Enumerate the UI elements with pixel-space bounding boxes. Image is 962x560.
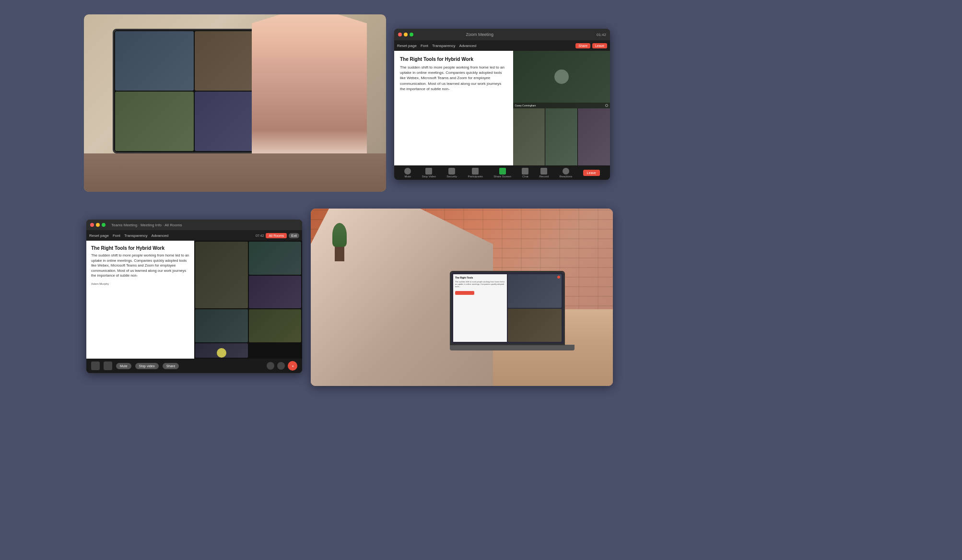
- zoom-leave-button[interactable]: Leave: [583, 170, 600, 176]
- image-bottom-left: Teams Meeting · Meeting Info · All Rooms…: [86, 220, 302, 373]
- teams-titlebar: Teams Meeting · Meeting Info · All Rooms: [86, 220, 302, 230]
- laptop-text-panel: The Right Tools The sudden shift to more…: [453, 274, 507, 342]
- reactions-control[interactable]: Reactions: [560, 168, 573, 178]
- teams-video-panel: [194, 241, 302, 359]
- record-control[interactable]: Record: [540, 168, 549, 178]
- zoom-text-panel: The Right Tools for Hybrid Work The sudd…: [394, 51, 513, 165]
- teams-window-title: Teams Meeting · Meeting Info · All Rooms: [111, 223, 182, 227]
- participants-control[interactable]: Participants: [468, 168, 482, 178]
- article-title: The Right Tools for Hybrid Work: [400, 57, 507, 62]
- video-cell-1: [115, 31, 194, 91]
- teams-active-button[interactable]: All Rooms: [266, 233, 287, 238]
- teams-cell-3: [249, 276, 302, 309]
- close-dot[interactable]: [398, 33, 402, 36]
- teams-article-body: The sudden shift to more people working …: [91, 253, 189, 279]
- chat-control[interactable]: Chat: [522, 168, 528, 178]
- share-button[interactable]: Share: [575, 43, 590, 48]
- laptop-screen: The Right Tools The sudden shift to more…: [450, 271, 565, 345]
- teams-article-title: The Right Tools for Hybrid Work: [91, 245, 189, 251]
- br-scene: The Right Tools The sudden shift to more…: [311, 209, 613, 386]
- teams-cell-1: [195, 242, 248, 308]
- image-top-left: [84, 14, 386, 192]
- teams-cell-6: [195, 343, 248, 358]
- share-screen-control[interactable]: Share Screen: [493, 168, 511, 178]
- maximize-dot[interactable]: [410, 33, 413, 36]
- zoom-main-video: Casey Cunningham: [513, 51, 610, 108]
- laptop-video-side: [508, 274, 562, 342]
- zoom-bottombar: Mute Stop Video Security Participants Sh…: [394, 165, 610, 180]
- teams-text-panel: The Right Tools for Hybrid Work The sudd…: [86, 241, 194, 359]
- toolbar-reset[interactable]: Reset page: [397, 44, 417, 48]
- teams-cell-2: [249, 242, 302, 275]
- teams-end-button[interactable]: ✕: [288, 361, 297, 371]
- article-body: The sudden shift to more people working …: [400, 65, 507, 92]
- teams-toolbar-advanced[interactable]: Advanced: [152, 233, 169, 238]
- toolbar-font[interactable]: Font: [421, 44, 428, 48]
- security-control[interactable]: Security: [446, 168, 457, 178]
- laptop-base: [450, 345, 575, 350]
- desk-surface: [84, 153, 386, 192]
- teams-content: The Right Tools for Hybrid Work The sudd…: [86, 241, 302, 359]
- teams-minimize-dot[interactable]: [96, 223, 100, 227]
- teams-cell-5: [249, 309, 302, 342]
- participant-name: Casey Cunningham: [515, 104, 536, 107]
- teams-video-button[interactable]: Stop video: [135, 363, 159, 369]
- teams-toolbar-font[interactable]: Font: [113, 233, 120, 238]
- minimize-dot[interactable]: [404, 33, 408, 36]
- teams-bottombar: Mute Stop video Share ✕: [86, 359, 302, 373]
- laptop-video-1: [508, 274, 562, 308]
- image-bottom-right: The Right Tools The sudden shift to more…: [311, 209, 613, 386]
- zoom-content: The Right Tools for Hybrid Work The sudd…: [394, 51, 610, 165]
- zoom-mini-2: [545, 108, 577, 166]
- teams-cell-4: [195, 309, 248, 342]
- zoom-mini-3: [578, 108, 610, 166]
- main-container: Zoom Meeting 01:42 Reset page Font Trans…: [0, 0, 962, 560]
- zoom-toolbar: Reset page Font Transparency Advanced Sh…: [394, 40, 610, 51]
- teams-mute-button[interactable]: Mute: [116, 363, 131, 369]
- toolbar-advanced[interactable]: Advanced: [459, 44, 477, 48]
- zoom-titlebar: Zoom Meeting 01:42: [394, 29, 610, 40]
- stop-video-control[interactable]: Stop Video: [422, 168, 436, 178]
- laptop: The Right Tools The sudden shift to more…: [450, 271, 584, 367]
- laptop-content-grid: The Right Tools The sudden shift to more…: [453, 274, 562, 342]
- zoom-bottom-videos: [513, 108, 610, 166]
- recording-indicator: [557, 276, 560, 279]
- image-top-right: Zoom Meeting 01:42 Reset page Font Trans…: [394, 29, 610, 180]
- window-title: Zoom Meeting: [466, 32, 493, 37]
- mute-control[interactable]: Mute: [404, 168, 411, 178]
- leave-button[interactable]: Leave: [592, 43, 607, 48]
- teams-toolbar-transparency[interactable]: Transparency: [124, 233, 148, 238]
- teams-pill-button[interactable]: Exit: [289, 233, 299, 238]
- teams-toolbar-reset[interactable]: Reset page: [89, 233, 109, 238]
- video-cell-3: [115, 92, 194, 151]
- plant: [330, 223, 349, 261]
- desktop-monitor: [113, 29, 276, 153]
- teams-maximize-dot[interactable]: [102, 223, 106, 227]
- teams-toolbar: Reset page Font Transparency Advanced 07…: [86, 230, 302, 241]
- zoom-mini-1: [513, 108, 545, 166]
- toolbar-transparency[interactable]: Transparency: [432, 44, 456, 48]
- laptop-video-2: [508, 309, 562, 342]
- laptop-screen-inner: The Right Tools The sudden shift to more…: [451, 272, 563, 344]
- teams-close-dot[interactable]: [90, 223, 94, 227]
- teams-participant-name: Adam Murphy: [91, 282, 189, 285]
- zoom-video-panel: Casey Cunningham: [513, 51, 610, 165]
- teams-share-button[interactable]: Share: [163, 363, 179, 369]
